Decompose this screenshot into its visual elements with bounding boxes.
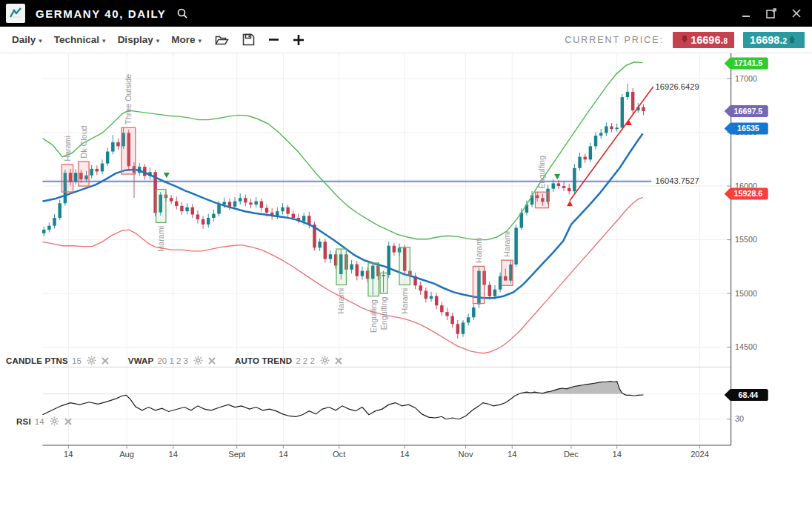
chart-area[interactable]: 16926.642916043.7527HaramiDk CloudThree … xyxy=(0,53,812,509)
gear-icon[interactable] xyxy=(87,356,96,365)
time-tick-label: Dec xyxy=(564,450,579,459)
trend-line[interactable] xyxy=(570,87,653,201)
sell-arrow-icon xyxy=(164,173,170,178)
price-tick-label: 15000 xyxy=(735,289,757,298)
pattern-box[interactable] xyxy=(336,249,346,285)
pattern-label: Engulfing xyxy=(537,156,546,189)
indicator-params: 14 xyxy=(35,417,44,426)
pattern-box[interactable] xyxy=(79,162,89,186)
ask-price-badge: 16698.2 xyxy=(743,32,805,48)
remove-indicator-icon[interactable] xyxy=(208,357,216,365)
arrow-up-icon xyxy=(789,36,796,44)
popout-button[interactable] xyxy=(763,5,779,21)
pattern-box[interactable] xyxy=(368,263,379,296)
time-tick-label: 14 xyxy=(612,450,621,459)
indicator-name: CANDLE PTNS xyxy=(6,356,68,365)
save-icon[interactable] xyxy=(242,33,255,46)
price-tick-label: 15500 xyxy=(735,235,757,244)
menu-display-label: Display xyxy=(118,34,153,45)
indicator-name: VWAP xyxy=(128,356,154,365)
rsi-value-badge: 68.44 xyxy=(725,389,768,401)
close-button[interactable] xyxy=(788,5,805,21)
open-folder-icon[interactable] xyxy=(215,34,229,46)
menu-technical[interactable]: Technical ▾ xyxy=(54,34,106,45)
trend-line-label: 16926.6429 xyxy=(656,82,699,91)
search-icon[interactable] xyxy=(176,7,188,19)
upper-band-price-badge: 17141.5 xyxy=(725,58,768,70)
toolbar: Daily ▾ Technical ▾ Display ▾ More ▾ CUR… xyxy=(0,27,812,53)
rsi-overbought-fill xyxy=(42,382,643,419)
indicator-name: RSI xyxy=(16,417,31,426)
pattern-label: Harami xyxy=(336,288,345,314)
minimize-button[interactable] xyxy=(738,5,754,21)
pattern-box[interactable] xyxy=(473,266,484,303)
bid-price-value: 16696. xyxy=(690,34,723,46)
last-price-price-badge: 16697.5 xyxy=(725,105,768,117)
title-bar: GERMANY 40, DAILY xyxy=(0,0,812,27)
svg-text:68.44: 68.44 xyxy=(738,390,758,399)
pattern-label: Harami xyxy=(400,288,409,314)
pattern-label: Dk Cloud xyxy=(79,125,88,158)
pattern-label: Harami xyxy=(474,237,483,263)
time-tick-label: Aug xyxy=(119,450,134,459)
menu-technical-label: Technical xyxy=(54,34,99,45)
indicator-params: 15 xyxy=(72,356,81,365)
pattern-box[interactable] xyxy=(536,192,549,207)
rsi-line xyxy=(42,382,643,419)
price-tick-label: 14500 xyxy=(735,342,757,351)
svg-text:15928.6: 15928.6 xyxy=(734,189,763,198)
gear-icon[interactable] xyxy=(50,416,59,426)
remove-indicator-icon[interactable] xyxy=(64,418,72,425)
svg-text:17141.5: 17141.5 xyxy=(734,59,763,67)
time-tick-label: Oct xyxy=(333,450,346,459)
gear-icon[interactable] xyxy=(320,356,330,365)
pattern-box[interactable] xyxy=(122,127,136,174)
price-chart-canvas[interactable]: 16926.642916043.7527HaramiDk CloudThree … xyxy=(0,53,812,509)
menu-display[interactable]: Display ▾ xyxy=(118,34,160,45)
time-tick-label: 2024 xyxy=(690,450,709,459)
buy-arrow-icon xyxy=(567,201,573,206)
rsi-tick-label: 30 xyxy=(735,414,744,423)
time-tick-label: 14 xyxy=(279,450,287,459)
indicator-name: AUTO TREND xyxy=(235,356,292,365)
indicator-params: 2 2 2 xyxy=(296,356,315,365)
pattern-label: Three Outside xyxy=(124,74,133,124)
menu-more-label: More xyxy=(171,34,195,45)
menu-more[interactable]: More ▾ xyxy=(171,34,202,45)
pattern-label: Harami xyxy=(63,136,72,162)
indicator-auto-trend: AUTO TREND 2 2 2 xyxy=(235,356,342,365)
pattern-box[interactable] xyxy=(156,190,166,223)
indicator-params: 20 1 2 3 xyxy=(157,356,188,365)
menu-timeframe[interactable]: Daily ▾ xyxy=(12,34,42,45)
zoom-in-icon[interactable] xyxy=(293,34,304,46)
bid-price-badge: 16696.8 xyxy=(673,32,734,48)
time-tick-label: 14 xyxy=(400,450,409,459)
time-tick-label: 14 xyxy=(508,450,516,459)
current-price-label: CURRENT PRICE: xyxy=(565,35,664,45)
chart-title: GERMANY 40, DAILY xyxy=(36,7,166,20)
pattern-label: Engulfing xyxy=(369,299,378,333)
ask-price-value: 16698. xyxy=(750,34,782,46)
pattern-box[interactable] xyxy=(380,273,387,293)
pattern-label: Engulfing xyxy=(379,297,388,330)
gear-icon[interactable] xyxy=(193,356,203,365)
chevron-down-icon: ▾ xyxy=(39,37,42,44)
sell-arrow-icon xyxy=(554,174,560,179)
time-tick-label: Sept xyxy=(228,450,246,459)
pattern-label: Harami xyxy=(502,231,511,257)
time-tick-label: 14 xyxy=(64,450,73,459)
indicator-rsi: RSI 14 xyxy=(16,416,72,426)
remove-indicator-icon[interactable] xyxy=(335,357,342,365)
pattern-box[interactable] xyxy=(399,247,410,285)
arrow-down-icon xyxy=(682,36,688,44)
time-tick-label: 14 xyxy=(169,450,178,459)
remove-indicator-icon[interactable] xyxy=(102,357,109,365)
time-tick-label: Nov xyxy=(459,450,473,459)
menu-timeframe-label: Daily xyxy=(12,34,36,45)
svg-text:16535: 16535 xyxy=(737,124,759,133)
chevron-down-icon: ▾ xyxy=(198,37,202,44)
pattern-box[interactable] xyxy=(502,260,513,285)
indicator-legend: CANDLE PTNS 15 VWAP 20 1 2 3 xyxy=(6,356,362,365)
zoom-out-icon[interactable] xyxy=(268,34,279,45)
pattern-box[interactable] xyxy=(61,164,73,192)
